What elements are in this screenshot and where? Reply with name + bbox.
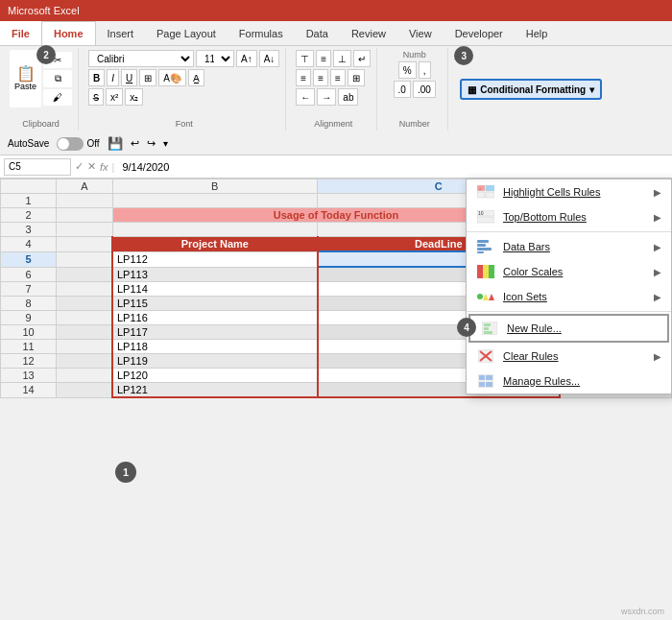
indent-inc-button[interactable]: →	[317, 88, 336, 106]
undo-icon[interactable]: ↩	[131, 137, 139, 150]
indent-dec-button[interactable]: ←	[296, 88, 315, 106]
tab-data[interactable]: Data	[295, 21, 340, 45]
cell-reference-input[interactable]	[4, 158, 71, 176]
cell-b7[interactable]: LP114	[112, 282, 318, 297]
cell-a10[interactable]	[57, 325, 112, 340]
clipboard-group: 📋 Paste ✂ 2 ⧉ 🖌 Clipboard	[4, 48, 79, 131]
paste-label: Paste	[14, 82, 36, 91]
bold-button[interactable]: B	[88, 69, 105, 86]
decrease-font-button[interactable]: A↓	[259, 50, 280, 67]
cell-b10[interactable]: LP117	[112, 325, 318, 340]
formula-check-icon[interactable]: ✓	[75, 160, 84, 173]
cell-a12[interactable]	[57, 354, 112, 369]
formula-fx-icon[interactable]: fx	[100, 161, 108, 173]
autosave-toggle[interactable]: Off	[57, 137, 99, 151]
cell-a11[interactable]	[57, 340, 112, 354]
align-right-button[interactable]: ≡	[330, 69, 346, 86]
tab-insert[interactable]: Insert	[96, 21, 146, 45]
align-top-button[interactable]: ⊤	[296, 50, 314, 67]
italic-button[interactable]: I	[107, 69, 119, 86]
conditional-formatting-button[interactable]: ▦ Conditional Formatting ▾	[460, 79, 602, 100]
spreadsheet-wrapper: A B C D 1	[0, 179, 672, 398]
row-num-2: 2	[1, 208, 57, 223]
font-row-1: Calibri 11 A↑ A↓	[88, 50, 279, 67]
superscript-button[interactable]: x²	[106, 88, 123, 106]
tab-formulas[interactable]: Formulas	[228, 21, 295, 45]
align-left-button[interactable]: ≡	[296, 69, 311, 86]
strikethrough-button[interactable]: S̶	[88, 88, 104, 106]
copy-button[interactable]: ⧉	[43, 70, 72, 87]
cell-b13[interactable]: LP120	[112, 369, 318, 383]
cell-a3[interactable]	[57, 223, 112, 237]
cut-button[interactable]: ✂ 2	[43, 52, 72, 68]
format-painter-button[interactable]: 🖌	[43, 89, 72, 106]
save-icon[interactable]: 💾	[108, 136, 123, 151]
top-bottom-item[interactable]: 10 Top/Bottom Rules ▶	[467, 204, 671, 229]
cell-a6[interactable]	[57, 267, 112, 282]
cell-b3[interactable]	[112, 223, 318, 237]
cell-b11[interactable]: LP118	[112, 340, 318, 354]
row-num-9: 9	[1, 311, 57, 325]
tab-file[interactable]: File	[0, 21, 41, 45]
formula-cancel-icon[interactable]: ✕	[87, 160, 96, 173]
subscript-button[interactable]: x₂	[125, 88, 143, 106]
cell-a13[interactable]	[57, 369, 112, 383]
cell-b14[interactable]: LP121	[112, 383, 318, 398]
cell-b8[interactable]: LP115	[112, 297, 318, 311]
col-header-b[interactable]: B	[112, 179, 318, 194]
dec-increase-button[interactable]: .0	[394, 81, 411, 98]
increase-font-button[interactable]: A↑	[236, 50, 257, 67]
wrap-text-button[interactable]: ↵	[353, 50, 371, 67]
cell-a8[interactable]	[57, 297, 112, 311]
font-size-dropdown[interactable]: 11	[196, 50, 234, 67]
tab-developer[interactable]: Developer	[444, 21, 515, 45]
clear-rules-item[interactable]: Clear Rules ▶	[467, 344, 671, 369]
cell-a9[interactable]	[57, 311, 112, 325]
cell-b5[interactable]: LP112	[112, 251, 318, 267]
redo-icon[interactable]: ↪	[147, 137, 156, 150]
border-button[interactable]: ⊞	[139, 69, 156, 86]
fill-color-button[interactable]: A🎨	[158, 69, 186, 86]
dec-decrease-button[interactable]: .00	[413, 81, 436, 98]
cell-a4[interactable]	[57, 237, 112, 252]
cell-a14[interactable]	[57, 383, 112, 398]
customize-icon[interactable]: ▾	[163, 138, 168, 149]
font-color-button[interactable]: A̲	[188, 69, 204, 86]
percent-button[interactable]: %	[398, 61, 417, 79]
comma-button[interactable]: ,	[419, 61, 431, 79]
icon-sets-item[interactable]: Icon Sets ▶	[467, 284, 671, 309]
tab-help[interactable]: Help	[515, 21, 560, 45]
cell-a5[interactable]	[57, 251, 112, 267]
cell-b4-header[interactable]: Project Name	[112, 237, 318, 252]
highlight-cells-arrow: ▶	[654, 187, 661, 198]
underline-button[interactable]: U	[121, 69, 137, 86]
data-bars-item[interactable]: Data Bars ▶	[467, 234, 671, 259]
cell-a2[interactable]	[57, 208, 112, 223]
formula-input[interactable]	[118, 161, 668, 173]
align-center-button[interactable]: ≡	[313, 69, 328, 86]
manage-rules-item[interactable]: Manage Rules...	[467, 369, 671, 393]
merge-button[interactable]: ⊞	[348, 69, 365, 86]
row-num-12: 12	[1, 354, 57, 369]
toggle-switch[interactable]	[57, 137, 84, 151]
align-bottom-button[interactable]: ⊥	[333, 50, 351, 67]
tab-view[interactable]: View	[397, 21, 444, 45]
cell-b6[interactable]: LP113	[112, 267, 318, 282]
tab-review[interactable]: Review	[340, 21, 397, 45]
col-header-a[interactable]: A	[57, 179, 112, 194]
color-scales-item[interactable]: Color Scales ▶	[467, 259, 671, 284]
orient-button[interactable]: ab	[338, 88, 358, 106]
align-middle-button[interactable]: ≡	[316, 50, 331, 67]
tab-page-layout[interactable]: Page Layout	[145, 21, 228, 45]
svg-rect-27	[486, 375, 492, 380]
cell-b1[interactable]	[112, 194, 318, 208]
new-rule-item[interactable]: New Rule... 4	[468, 314, 669, 343]
tab-home[interactable]: Home	[41, 21, 96, 45]
cell-a7[interactable]	[57, 282, 112, 297]
cell-b9[interactable]: LP116	[112, 311, 318, 325]
formula-bar: ✓ ✕ fx |	[0, 155, 672, 179]
cell-a1[interactable]	[57, 194, 112, 208]
cell-b12[interactable]: LP119	[112, 354, 318, 369]
font-family-dropdown[interactable]: Calibri	[88, 50, 194, 67]
highlight-cells-item[interactable]: < Highlight Cells Rules ▶	[467, 179, 671, 204]
